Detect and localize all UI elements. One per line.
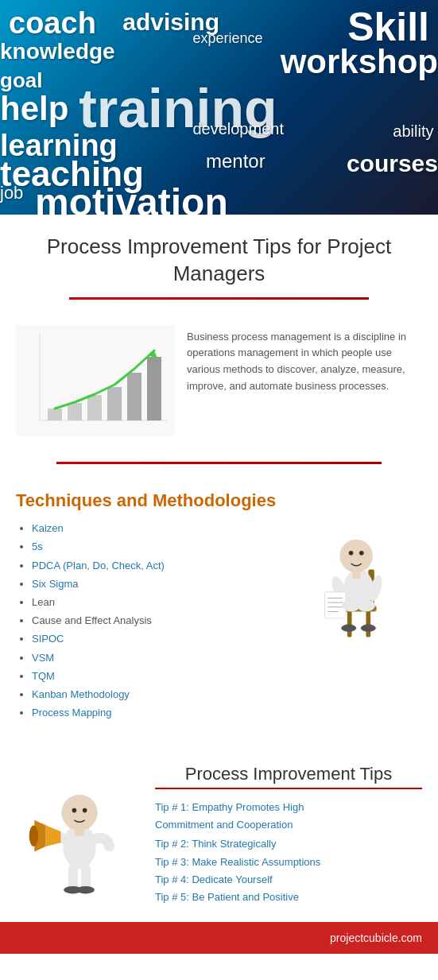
- svg-point-32: [61, 795, 97, 831]
- hero-word-help: help: [0, 90, 68, 128]
- footer-text: projectcubicle.com: [330, 932, 422, 944]
- svg-rect-8: [147, 357, 161, 420]
- techniques-list: Kaizen 5s PDCA (Plan, Do, Check, Act) Si…: [16, 521, 287, 720]
- tips-divider: [155, 788, 422, 789]
- svg-rect-6: [107, 387, 122, 420]
- chart-image: [16, 325, 175, 436]
- list-item: Kaizen: [32, 521, 287, 536]
- hero-word-job: job: [0, 183, 23, 203]
- list-item: 5s: [32, 540, 287, 554]
- list-item: Kanban Methodology: [32, 688, 287, 702]
- svg-rect-33: [75, 827, 83, 836]
- list-item: SIPOC: [32, 632, 287, 646]
- tips-title: Process Improvement Tips: [155, 764, 422, 784]
- sitting-person-svg: [299, 509, 418, 645]
- tip-item-1: Tip # 1: Empathy Promotes HighCommitment…: [155, 799, 422, 834]
- svg-point-41: [72, 808, 77, 813]
- hero-word-ability: ability: [393, 122, 433, 141]
- hero-word-mentor: mentor: [206, 150, 266, 172]
- svg-point-30: [359, 551, 364, 556]
- sitting-person-image: [295, 505, 422, 649]
- techniques-section: Techniques and Methodologies Kaizen 5s P…: [0, 474, 438, 741]
- hero-section: coach advising Skill knowledge experienc…: [0, 0, 438, 215]
- svg-rect-7: [127, 373, 141, 420]
- megaphone-person-svg: [20, 764, 139, 899]
- svg-point-29: [349, 551, 354, 556]
- svg-rect-5: [87, 395, 102, 420]
- main-content: Process Improvement Tips for Project Man…: [0, 215, 438, 922]
- hero-word-experience: experience: [192, 30, 262, 47]
- title-divider: [69, 297, 369, 300]
- intro-section: Business process management is a discipl…: [0, 317, 438, 452]
- tips-content-col: Process Improvement Tips Tip # 1: Empath…: [155, 764, 422, 906]
- svg-point-15: [339, 539, 373, 572]
- section-divider-container: [0, 462, 438, 464]
- title-section: Process Improvement Tips for Project Man…: [0, 215, 438, 317]
- list-item: Cause and Effect Analysis: [32, 614, 287, 628]
- hero-word-coach: coach: [9, 6, 96, 41]
- svg-rect-16: [352, 569, 359, 578]
- list-item: TQM: [32, 669, 287, 684]
- svg-point-27: [341, 624, 356, 631]
- list-item: Lean: [32, 595, 287, 610]
- tip-item-3: Tip # 3: Make Realistic Assumptions: [155, 854, 422, 871]
- hero-word-courses: courses: [347, 150, 438, 177]
- bar-chart: [16, 325, 175, 436]
- tips-layout: Process Improvement Tips Tip # 1: Empath…: [16, 764, 422, 906]
- tip-item-4: Tip # 4: Dedicate Yourself: [155, 871, 422, 889]
- techniques-divider: [56, 462, 382, 464]
- hero-word-workshop: workshop: [281, 43, 438, 81]
- hero-word-development: development: [192, 120, 284, 138]
- svg-point-28: [361, 624, 376, 631]
- list-item: VSM: [32, 651, 287, 665]
- techniques-list-col: Techniques and Methodologies Kaizen 5s P…: [16, 490, 287, 725]
- svg-rect-10: [347, 606, 352, 637]
- svg-point-26: [357, 599, 375, 611]
- intro-text: Business process management is a discipl…: [187, 325, 422, 395]
- techniques-layout: Techniques and Methodologies Kaizen 5s P…: [16, 490, 422, 725]
- footer: projectcubicle.com: [0, 922, 438, 954]
- svg-point-36: [29, 826, 38, 846]
- tip-item-2: Tip # 2: Think Strategically: [155, 835, 422, 853]
- svg-marker-34: [46, 826, 61, 846]
- hero-text-cloud: coach advising Skill knowledge experienc…: [0, 0, 438, 215]
- list-item: Six Sigma: [32, 577, 287, 591]
- svg-point-42: [83, 808, 87, 813]
- hero-word-motivation: motivation: [35, 180, 228, 215]
- megaphone-person-col: [16, 764, 143, 899]
- list-item: PDCA (Plan, Do, Check, Act): [32, 559, 287, 573]
- hero-word-knowledge: knowledge: [0, 39, 115, 64]
- svg-rect-3: [48, 409, 62, 420]
- techniques-title: Techniques and Methodologies: [16, 490, 287, 513]
- tip-item-5: Tip # 5: Be Patient and Positive: [155, 889, 422, 906]
- list-item: Process Mapping: [32, 706, 287, 720]
- svg-rect-4: [68, 403, 82, 420]
- svg-point-40: [76, 886, 95, 893]
- svg-rect-11: [366, 606, 370, 637]
- page-title: Process Improvement Tips for Project Man…: [32, 234, 406, 288]
- tips-section: Process Improvement Tips Tip # 1: Empath…: [0, 748, 438, 922]
